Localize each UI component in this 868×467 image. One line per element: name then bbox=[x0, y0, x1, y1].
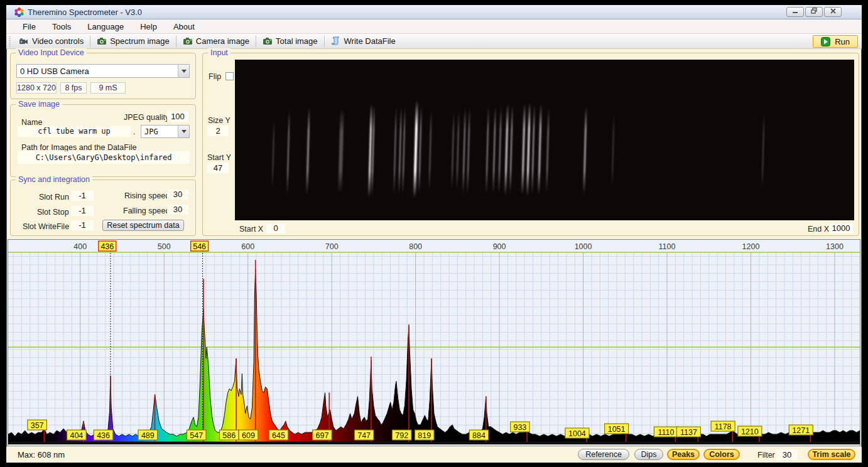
peaks-button[interactable]: Peaks bbox=[667, 449, 700, 460]
resolution-readout: 1280 x 720 bbox=[16, 82, 57, 94]
calibration-label-text[interactable]: 436 bbox=[100, 242, 114, 251]
reset-spectrum-button[interactable]: Reset spectrum data bbox=[102, 220, 184, 231]
peak-label-text: 747 bbox=[357, 431, 371, 440]
jpeg-quality-field[interactable]: 100 bbox=[167, 111, 188, 122]
slot-run-field[interactable]: -1 bbox=[71, 191, 94, 201]
toolbar-separator bbox=[90, 36, 90, 47]
maximize-button[interactable] bbox=[805, 7, 823, 17]
calibration-label-text[interactable]: 546 bbox=[193, 242, 206, 251]
video-device-select[interactable]: 0 HD USB Camera bbox=[16, 64, 190, 78]
input-group-title: Input bbox=[208, 48, 231, 57]
falling-speed-field[interactable]: 30 bbox=[167, 205, 188, 215]
slot-stop-field[interactable]: -1 bbox=[71, 206, 94, 216]
spectral-line bbox=[504, 104, 509, 195]
slot-run-label: Slot Run bbox=[39, 193, 69, 201]
spectral-line bbox=[467, 107, 470, 194]
camera-image-label: Camera image bbox=[196, 36, 249, 46]
total-image-camera-icon bbox=[263, 36, 273, 46]
path-field[interactable]: C:\Users\GaryG\Desktop\infared bbox=[18, 151, 190, 164]
name-extension-dot: . bbox=[133, 127, 135, 136]
video-controls-button[interactable]: Video controls bbox=[14, 35, 89, 48]
spectral-line bbox=[498, 106, 502, 194]
toolbar-grip[interactable] bbox=[9, 36, 11, 46]
axis-tick-label: 1000 bbox=[575, 242, 592, 251]
spectral-line bbox=[393, 107, 397, 195]
peak-label-text: 1210 bbox=[741, 427, 759, 436]
spectral-line bbox=[492, 106, 496, 194]
write-datafile-scroll-icon bbox=[331, 36, 341, 46]
application-screen: Theremino Spectrometer - V3.0 File Tools… bbox=[0, 0, 868, 467]
filter-label: Filter bbox=[757, 451, 775, 459]
peak-label-text: 357 bbox=[31, 421, 44, 430]
spectral-line bbox=[398, 107, 402, 195]
format-select[interactable]: JPG bbox=[141, 125, 190, 138]
name-field[interactable]: cfl tube warm up bbox=[18, 126, 131, 137]
peak-label-text: 404 bbox=[70, 431, 83, 440]
spectrum-image-camera-icon bbox=[97, 36, 107, 46]
spectral-line bbox=[538, 104, 542, 195]
menu-tools[interactable]: Tools bbox=[44, 19, 79, 33]
rising-speed-field[interactable]: 30 bbox=[167, 190, 188, 200]
spectral-line bbox=[413, 100, 418, 198]
spectral-line bbox=[456, 111, 459, 190]
filter-field[interactable]: 30 bbox=[776, 449, 798, 460]
camera-image-button[interactable]: Camera image bbox=[178, 35, 254, 48]
spectral-line bbox=[509, 105, 513, 194]
menu-about[interactable]: About bbox=[165, 19, 203, 33]
spectral-line bbox=[583, 106, 587, 194]
axis-tick-label: 600 bbox=[241, 242, 254, 251]
spectrum-image-label: Spectrum image bbox=[110, 36, 170, 46]
max-wavelength-readout: Max: 608 nm bbox=[18, 450, 65, 459]
toolbar-separator bbox=[324, 36, 325, 47]
camera-image-camera-icon bbox=[183, 36, 193, 46]
slot-writefile-field[interactable]: -1 bbox=[71, 220, 94, 230]
size-y-field[interactable]: 2 bbox=[207, 126, 229, 136]
menu-help[interactable]: Help bbox=[132, 19, 165, 33]
peak-label-text: 609 bbox=[242, 431, 255, 440]
spectral-line bbox=[338, 109, 344, 193]
write-datafile-label: Write DataFile bbox=[344, 36, 396, 46]
slot-stop-label: Slot Stop bbox=[37, 208, 69, 217]
path-label: Path for Images and the DataFile bbox=[21, 143, 136, 152]
status-bar: Max: 608 nm Reference Dips Peaks Colors … bbox=[6, 447, 862, 463]
fps-readout: 8 fps bbox=[60, 82, 87, 94]
minimize-button[interactable] bbox=[786, 7, 804, 17]
toolbar-separator bbox=[256, 36, 256, 47]
format-value: JPG bbox=[141, 127, 178, 136]
end-x-field[interactable]: 1000 bbox=[829, 223, 853, 234]
spectral-line bbox=[526, 102, 531, 196]
spectrum-image-button[interactable]: Spectrum image bbox=[92, 35, 175, 48]
flip-checkbox[interactable] bbox=[225, 72, 234, 80]
peak-label-text: 436 bbox=[97, 431, 110, 440]
start-x-field[interactable]: 0 bbox=[266, 223, 285, 234]
axis-tick-label: 900 bbox=[493, 242, 506, 251]
axis-tick-label: 500 bbox=[158, 242, 171, 251]
start-y-field[interactable]: 47 bbox=[207, 163, 229, 173]
menu-file[interactable]: File bbox=[14, 19, 44, 33]
close-button[interactable] bbox=[824, 7, 842, 17]
peak-label-text: 586 bbox=[222, 431, 236, 440]
total-image-label: Total image bbox=[276, 36, 317, 46]
axis-tick-label: 1100 bbox=[659, 242, 676, 251]
axis-tick-label: 1300 bbox=[826, 242, 844, 251]
peak-label-text: 547 bbox=[190, 431, 203, 440]
run-button[interactable]: Run bbox=[813, 35, 858, 48]
peak-label-text: 792 bbox=[395, 431, 408, 440]
colors-button[interactable]: Colors bbox=[703, 449, 740, 460]
write-datafile-button[interactable]: Write DataFile bbox=[326, 35, 401, 48]
menu-language[interactable]: Language bbox=[79, 19, 132, 33]
rising-speed-label: Rising speed bbox=[124, 191, 170, 200]
format-dropdown-button[interactable] bbox=[178, 126, 189, 137]
dips-button[interactable]: Dips bbox=[634, 449, 663, 460]
peak-label-text: 489 bbox=[141, 431, 155, 440]
video-device-dropdown-button[interactable] bbox=[178, 65, 189, 77]
save-image-group-title: Save image bbox=[16, 100, 62, 109]
axis-tick-label: 1200 bbox=[742, 242, 760, 251]
trim-scale-button[interactable]: Trim scale bbox=[808, 449, 855, 460]
title-bar: Theremino Spectrometer - V3.0 bbox=[6, 5, 862, 19]
axis-tick-label: 700 bbox=[325, 242, 339, 251]
video-input-group-title: Video Input Device bbox=[16, 48, 87, 57]
reference-button[interactable]: Reference bbox=[578, 449, 629, 460]
spectral-line bbox=[402, 107, 406, 195]
total-image-button[interactable]: Total image bbox=[258, 35, 322, 48]
